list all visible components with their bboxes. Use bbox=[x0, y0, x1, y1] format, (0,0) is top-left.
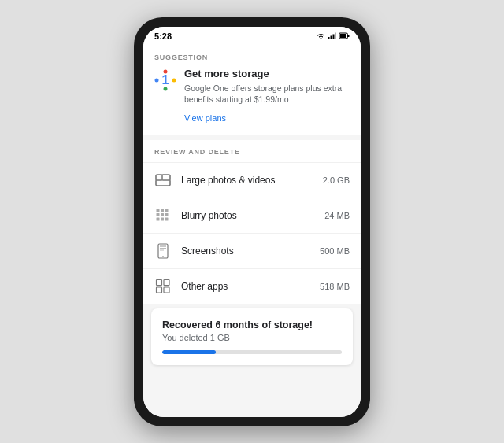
svg-rect-26 bbox=[165, 217, 169, 220]
status-bar: 5:28 bbox=[143, 27, 361, 44]
google-one-icon: 1 bbox=[154, 69, 176, 91]
large-photos-label: Large photos & videos bbox=[181, 175, 323, 186]
battery-icon bbox=[339, 32, 350, 39]
list-item-large-photos[interactable]: Large photos & videos 2.0 GB bbox=[143, 162, 361, 198]
svg-point-13 bbox=[155, 78, 159, 82]
list-item-screenshots[interactable]: Screenshots 500 MB bbox=[143, 233, 361, 268]
suggestion-text: Get more storage Google One offers stora… bbox=[184, 68, 350, 124]
svg-point-0 bbox=[321, 38, 322, 39]
other-apps-label: Other apps bbox=[181, 281, 320, 292]
wifi-icon bbox=[317, 32, 325, 39]
svg-rect-19 bbox=[161, 209, 164, 212]
svg-rect-22 bbox=[161, 213, 164, 216]
svg-rect-15 bbox=[156, 175, 162, 180]
view-plans-link[interactable]: View plans bbox=[184, 113, 226, 123]
recovery-card: Recovered 6 months of storage! You delet… bbox=[151, 308, 353, 365]
svg-rect-7 bbox=[340, 34, 346, 38]
svg-rect-6 bbox=[348, 35, 350, 37]
other-apps-icon bbox=[154, 278, 172, 295]
svg-text:1: 1 bbox=[162, 73, 169, 87]
suggestion-content: 1 Get more storage Google One offers sto… bbox=[154, 68, 350, 124]
svg-rect-18 bbox=[157, 209, 160, 212]
phone-screen: 5:28 bbox=[143, 27, 361, 417]
large-photos-icon bbox=[154, 172, 172, 189]
svg-rect-17 bbox=[156, 180, 170, 186]
recovery-subtitle: You deleted 1 GB bbox=[162, 333, 342, 342]
blurry-photos-icon bbox=[154, 207, 172, 224]
suggestion-title: Get more storage bbox=[184, 68, 350, 79]
svg-rect-16 bbox=[162, 175, 170, 180]
suggestion-section: SUGGESTION 1 Get more storage Goo bbox=[143, 44, 361, 135]
svg-rect-35 bbox=[164, 287, 169, 293]
screenshots-size: 500 MB bbox=[320, 246, 350, 256]
svg-rect-24 bbox=[157, 217, 160, 220]
svg-point-11 bbox=[172, 78, 176, 82]
list-item-blurry-photos[interactable]: Blurry photos 24 MB bbox=[143, 198, 361, 233]
suggestion-label: SUGGESTION bbox=[154, 54, 350, 61]
svg-rect-4 bbox=[335, 33, 337, 39]
screenshots-icon bbox=[154, 242, 172, 260]
svg-rect-33 bbox=[164, 279, 169, 285]
svg-rect-25 bbox=[161, 217, 164, 220]
svg-rect-20 bbox=[165, 209, 169, 212]
screen-content: SUGGESTION 1 Get more storage Goo bbox=[143, 44, 361, 417]
svg-rect-3 bbox=[333, 35, 335, 39]
review-section: REVIEW AND DELETE Large photos & videos … bbox=[143, 140, 361, 304]
svg-rect-32 bbox=[157, 279, 162, 285]
svg-rect-21 bbox=[157, 213, 160, 216]
screenshots-label: Screenshots bbox=[181, 245, 320, 257]
svg-rect-1 bbox=[328, 37, 330, 39]
progress-bar-fill bbox=[162, 350, 216, 354]
svg-point-31 bbox=[162, 256, 164, 257]
svg-rect-34 bbox=[157, 287, 162, 293]
list-item-other-apps[interactable]: Other apps 518 MB bbox=[143, 268, 361, 304]
svg-rect-23 bbox=[165, 213, 169, 216]
svg-point-12 bbox=[164, 87, 168, 90]
progress-bar-background bbox=[162, 350, 342, 354]
blurry-photos-size: 24 MB bbox=[324, 211, 350, 220]
phone-frame: 5:28 bbox=[134, 17, 370, 426]
other-apps-size: 518 MB bbox=[320, 282, 350, 291]
signal-icon bbox=[328, 32, 336, 39]
blurry-photos-label: Blurry photos bbox=[181, 210, 324, 221]
svg-rect-2 bbox=[331, 36, 332, 39]
review-label: REVIEW AND DELETE bbox=[143, 148, 361, 162]
recovery-title: Recovered 6 months of storage! bbox=[162, 319, 342, 330]
svg-point-10 bbox=[164, 69, 168, 73]
large-photos-size: 2.0 GB bbox=[323, 175, 350, 185]
status-time: 5:28 bbox=[154, 31, 172, 41]
suggestion-description: Google One offers storage plans plus ext… bbox=[184, 83, 350, 105]
status-icons bbox=[317, 32, 350, 39]
